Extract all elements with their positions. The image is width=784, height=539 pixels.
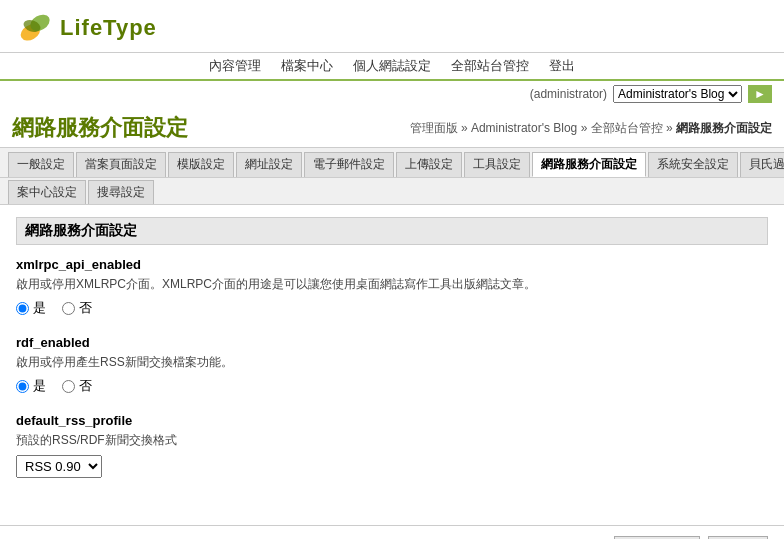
xmlrpc-no-label[interactable]: 否: [62, 299, 92, 317]
breadcrumb: 管理面版 » Administrator's Blog » 全部站台管控 » 網…: [410, 120, 772, 137]
nav-personal-settings[interactable]: 個人網誌設定: [353, 57, 431, 75]
tab-upload[interactable]: 上傳設定: [396, 152, 462, 177]
breadcrumb-allsites[interactable]: 全部站台管控: [591, 121, 663, 135]
xmlrpc-yes-radio[interactable]: [16, 302, 29, 315]
setting-rss-profile: default_rss_profile 預設的RSS/RDF新聞交換格式 RSS…: [16, 413, 768, 478]
xmlrpc-no-radio[interactable]: [62, 302, 75, 315]
breadcrumb-current: 網路服務介面設定: [676, 121, 772, 135]
setting-xmlrpc-name: xmlrpc_api_enabled: [16, 257, 768, 272]
footer-buttons: 重新設置 更新: [0, 525, 784, 539]
user-label: (administrator): [530, 87, 607, 101]
blog-selector-dropdown[interactable]: Administrator's Blog: [613, 85, 742, 103]
rdf-no-text: 否: [79, 377, 92, 395]
tab-template[interactable]: 模版設定: [168, 152, 234, 177]
blog-selector-row: (administrator) Administrator's Blog ►: [0, 81, 784, 107]
blog-nav-arrow[interactable]: ►: [748, 85, 772, 103]
xmlrpc-yes-label[interactable]: 是: [16, 299, 46, 317]
rdf-no-label[interactable]: 否: [62, 377, 92, 395]
tab-webservice[interactable]: 網路服務介面設定: [532, 152, 646, 177]
tab-search[interactable]: 搜尋設定: [88, 180, 154, 204]
nav-file-center[interactable]: 檔案中心: [281, 57, 333, 75]
rss-profile-select[interactable]: RSS 0.90 RSS 1.0 RSS 2.0 Atom: [16, 455, 102, 478]
tab-url[interactable]: 網址設定: [236, 152, 302, 177]
nav-all-sites[interactable]: 全部站台管控: [451, 57, 529, 75]
tab-bayesian[interactable]: 貝氏過濾設定: [740, 152, 784, 177]
setting-xmlrpc-desc: 啟用或停用XMLRPC介面。XMLRPC介面的用途是可以讓您使用桌面網誌寫作工具…: [16, 276, 768, 293]
setting-rdf-desc: 啟用或停用產生RSS新聞交換檔案功能。: [16, 354, 768, 371]
tab-front-page[interactable]: 當案頁面設定: [76, 152, 166, 177]
setting-rss-profile-name: default_rss_profile: [16, 413, 768, 428]
nav-content-mgmt[interactable]: 內容管理: [209, 57, 261, 75]
xmlrpc-no-text: 否: [79, 299, 92, 317]
rdf-yes-radio[interactable]: [16, 380, 29, 393]
setting-rss-profile-desc: 預設的RSS/RDF新聞交換格式: [16, 432, 768, 449]
tab-email[interactable]: 電子郵件設定: [304, 152, 394, 177]
tab-security[interactable]: 系統安全設定: [648, 152, 738, 177]
xmlrpc-yes-text: 是: [33, 299, 46, 317]
setting-xmlrpc-radios: 是 否: [16, 299, 768, 317]
rdf-yes-text: 是: [33, 377, 46, 395]
nav-logout[interactable]: 登出: [549, 57, 575, 75]
logo-text: LifeType: [60, 15, 157, 41]
setting-rdf-radios: 是 否: [16, 377, 768, 395]
tab-general[interactable]: 一般設定: [8, 152, 74, 177]
tabs-row1: 一般設定 當案頁面設定 模版設定 網址設定 電子郵件設定 上傳設定 工具設定 網…: [0, 148, 784, 178]
setting-rdf-name: rdf_enabled: [16, 335, 768, 350]
section-title: 網路服務介面設定: [16, 217, 768, 245]
nav-bar: 內容管理 檔案中心 個人網誌設定 全部站台管控 登出: [0, 53, 784, 81]
tab-file-center[interactable]: 案中心設定: [8, 180, 86, 204]
setting-rdf: rdf_enabled 啟用或停用產生RSS新聞交換檔案功能。 是 否: [16, 335, 768, 395]
breadcrumb-admin[interactable]: 管理面版: [410, 121, 458, 135]
header: LifeType: [0, 0, 784, 53]
rdf-no-radio[interactable]: [62, 380, 75, 393]
logo-icon: [16, 10, 56, 46]
breadcrumb-blog[interactable]: Administrator's Blog: [471, 121, 577, 135]
rdf-yes-label[interactable]: 是: [16, 377, 46, 395]
title-area: 網路服務介面設定 管理面版 » Administrator's Blog » 全…: [0, 107, 784, 148]
setting-xmlrpc: xmlrpc_api_enabled 啟用或停用XMLRPC介面。XMLRPC介…: [16, 257, 768, 317]
tabs-row2: 案中心設定 搜尋設定: [0, 178, 784, 205]
logo-area: LifeType: [16, 10, 157, 46]
page-title: 網路服務介面設定: [12, 113, 188, 143]
main-content: 網路服務介面設定 xmlrpc_api_enabled 啟用或停用XMLRPC介…: [0, 205, 784, 525]
tab-tools[interactable]: 工具設定: [464, 152, 530, 177]
